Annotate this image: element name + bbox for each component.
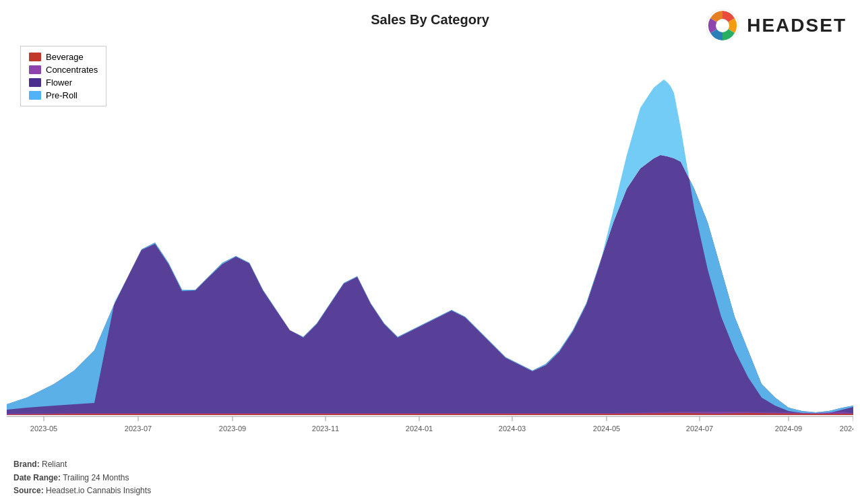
legend-swatch-concentrates — [29, 65, 41, 74]
svg-text:2024-11: 2024-11 — [840, 424, 853, 433]
svg-text:2024-07: 2024-07 — [686, 424, 713, 433]
legend-swatch-beverage — [29, 53, 41, 61]
source-label: Source: — [13, 486, 44, 495]
svg-text:2023-05: 2023-05 — [30, 424, 57, 433]
brand-label: Brand: — [13, 460, 40, 469]
chart-legend: Beverage Concentrates Flower Pre-Roll — [20, 46, 106, 106]
chart-area: 2023-05 2023-07 2023-09 2023-11 2024-01 … — [7, 40, 853, 443]
svg-text:2024-03: 2024-03 — [499, 424, 526, 433]
svg-text:2023-07: 2023-07 — [125, 424, 152, 433]
footer-source: Source: Headset.io Cannabis Insights — [13, 484, 151, 497]
svg-text:2023-11: 2023-11 — [312, 424, 339, 433]
svg-text:2023-09: 2023-09 — [219, 424, 246, 433]
chart-svg: 2023-05 2023-07 2023-09 2023-11 2024-01 … — [7, 40, 853, 443]
legend-swatch-flower — [29, 78, 41, 87]
legend-item-concentrates: Concentrates — [29, 65, 98, 75]
legend-label-flower: Flower — [46, 77, 72, 88]
footer-date-range: Date Range: Trailing 24 Months — [13, 472, 151, 484]
svg-point-1 — [716, 19, 729, 32]
source-value: Headset.io Cannabis Insights — [46, 486, 151, 495]
legend-item-beverage: Beverage — [29, 52, 98, 62]
logo-text: HEADSET — [747, 15, 847, 36]
legend-label-beverage: Beverage — [46, 52, 84, 62]
svg-text:2024-09: 2024-09 — [775, 424, 802, 433]
logo-area: HEADSET — [705, 8, 847, 43]
chart-footer: Brand: Reliant Date Range: Trailing 24 M… — [13, 458, 151, 497]
svg-text:2024-01: 2024-01 — [406, 424, 433, 433]
date-range-label: Date Range: — [13, 473, 61, 482]
legend-label-concentrates: Concentrates — [46, 65, 98, 75]
headset-logo-icon — [705, 8, 740, 43]
footer-brand: Brand: Reliant — [13, 458, 151, 471]
svg-text:2024-05: 2024-05 — [593, 424, 620, 433]
legend-item-preroll: Pre-Roll — [29, 90, 98, 100]
legend-swatch-preroll — [29, 91, 41, 100]
legend-item-flower: Flower — [29, 77, 98, 88]
date-range-value: Trailing 24 Months — [63, 473, 129, 482]
legend-label-preroll: Pre-Roll — [46, 90, 78, 100]
brand-value: Reliant — [42, 460, 67, 469]
